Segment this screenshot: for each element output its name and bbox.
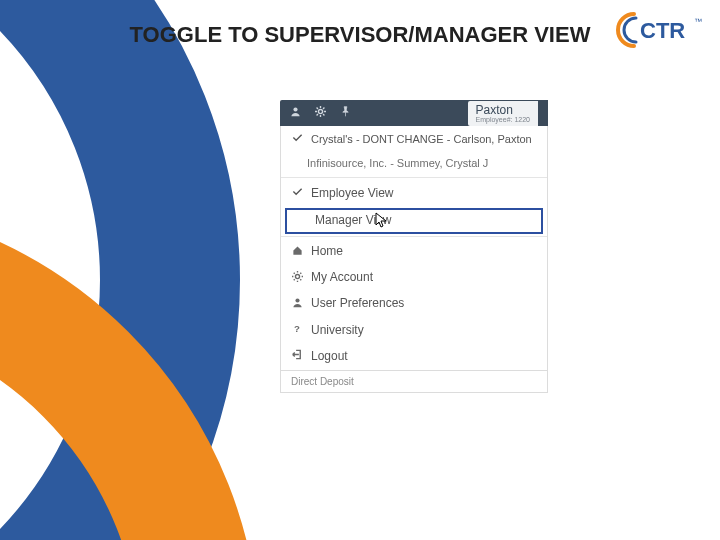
app-topbar: Paxton Employee#: 1220 [280, 100, 548, 126]
svg-point-1 [293, 107, 297, 111]
cursor-icon [375, 212, 389, 231]
svg-text:CTR: CTR [640, 18, 685, 43]
gear-icon [291, 271, 303, 285]
menu-footer-label: Direct Deposit [291, 376, 354, 387]
app-menu-panel: Paxton Employee#: 1220 Crystal's - DONT … [280, 100, 548, 393]
menu-separator [281, 177, 547, 178]
logout-icon [291, 349, 303, 363]
employee-name-box[interactable]: Paxton Employee#: 1220 [468, 101, 538, 126]
company-secondary[interactable]: Infinisource, Inc. - Summey, Crystal J [281, 151, 547, 175]
svg-text:?: ? [294, 323, 300, 334]
nav-user-preferences-label: User Preferences [311, 297, 404, 310]
nav-my-account-label: My Account [311, 271, 373, 284]
menu-separator [281, 236, 547, 237]
person-icon[interactable] [290, 106, 301, 120]
pin-icon[interactable] [340, 106, 351, 120]
svg-point-4 [295, 298, 299, 302]
nav-home-label: Home [311, 245, 343, 258]
menu-footer[interactable]: Direct Deposit [281, 370, 547, 392]
blank-icon [295, 214, 307, 227]
svg-point-3 [295, 274, 299, 278]
nav-university[interactable]: ? University [281, 317, 547, 343]
nav-logout[interactable]: Logout [281, 343, 547, 369]
check-icon [291, 132, 303, 145]
employee-number: Employee#: 1220 [476, 116, 530, 123]
company-primary-label: Crystal's - DONT CHANGE - Carlson, Paxto… [311, 133, 532, 145]
ctr-logo-mark: CTR [614, 10, 692, 50]
nav-home[interactable]: Home [281, 239, 547, 265]
company-primary[interactable]: Crystal's - DONT CHANGE - Carlson, Paxto… [281, 126, 547, 151]
nav-logout-label: Logout [311, 350, 348, 363]
nav-my-account[interactable]: My Account [281, 265, 547, 291]
manager-view-item[interactable]: Manager View [285, 208, 543, 233]
ctr-logo: CTR ™ [614, 10, 702, 50]
nav-user-preferences[interactable]: User Preferences [281, 291, 547, 317]
employee-name: Paxton [476, 104, 530, 116]
company-secondary-label: Infinisource, Inc. - Summey, Crystal J [307, 157, 488, 169]
person-icon [291, 297, 303, 311]
dropdown-menu: Crystal's - DONT CHANGE - Carlson, Paxto… [280, 126, 548, 393]
employee-view-label: Employee View [311, 187, 394, 200]
home-icon [291, 245, 303, 259]
employee-view-item[interactable]: Employee View [281, 180, 547, 206]
page-title: TOGGLE TO SUPERVISOR/MANAGER VIEW [130, 22, 591, 48]
nav-university-label: University [311, 324, 364, 337]
question-icon: ? [291, 323, 303, 337]
ctr-logo-tm: ™ [694, 17, 702, 26]
check-icon [291, 186, 303, 200]
gear-icon[interactable] [315, 106, 326, 120]
svg-point-2 [318, 109, 322, 113]
